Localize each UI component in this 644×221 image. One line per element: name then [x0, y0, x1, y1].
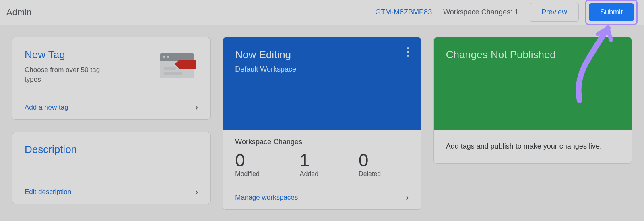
stat-added: 1 Added: [300, 150, 318, 178]
now-editing-title: Now Editing: [235, 49, 409, 61]
changes-body: Add tags and publish to make your change…: [434, 130, 632, 163]
new-tag-title: New Tag: [25, 49, 113, 61]
middle-column: Now Editing Default Workspace Workspace …: [223, 37, 421, 210]
stat-deleted: 0 Deleted: [359, 150, 381, 178]
stat-added-value: 1: [300, 150, 318, 170]
add-new-tag-label: Add a new tag: [25, 104, 68, 112]
chevron-right-icon: ›: [195, 102, 198, 113]
stat-modified-label: Modified: [235, 170, 259, 178]
stat-added-label: Added: [300, 170, 318, 178]
right-column: Changes Not Published Add tags and publi…: [433, 37, 632, 210]
edit-description-label: Edit description: [25, 188, 71, 196]
workspace-changes-label: Workspace Changes: 1: [443, 8, 518, 16]
manage-workspaces-label: Manage workspaces: [235, 194, 298, 202]
workspace-changes-text: Workspace Changes:: [443, 8, 512, 16]
workspace-changes-heading: Workspace Changes: [235, 138, 409, 146]
new-tag-body: New Tag Choose from over 50 tag types: [12, 37, 210, 96]
changes-not-published-card: Changes Not Published Add tags and publi…: [433, 37, 632, 164]
page-title: Admin: [6, 7, 31, 18]
submit-highlight-box: Submit: [585, 0, 638, 25]
now-editing-workspace: Default Workspace: [235, 65, 409, 74]
submit-button[interactable]: Submit: [589, 3, 634, 21]
new-tag-subtitle: Choose from over 50 tag types: [25, 65, 113, 84]
chevron-right-icon: ›: [406, 192, 409, 203]
container-id-link[interactable]: GTM-M8ZBMP83: [375, 8, 432, 16]
changes-header: Changes Not Published: [434, 37, 632, 130]
left-column: New Tag Choose from over 50 tag types Ad…: [12, 37, 211, 210]
changes-title: Changes Not Published: [446, 49, 619, 61]
description-title: Description: [25, 143, 198, 156]
chevron-right-icon: ›: [195, 187, 198, 197]
stat-deleted-label: Deleted: [359, 170, 381, 178]
stat-modified: 0 Modified: [235, 150, 259, 178]
new-tag-card: New Tag Choose from over 50 tag types Ad…: [12, 37, 211, 120]
edit-description-action[interactable]: Edit description ›: [12, 180, 210, 204]
now-editing-card: Now Editing Default Workspace Workspace …: [223, 37, 421, 210]
tag-icon: [160, 49, 194, 79]
workspace-changes-section: Workspace Changes 0 Modified 1 Added 0 D…: [223, 130, 421, 186]
top-header: Admin GTM-M8ZBMP83 Workspace Changes: 1 …: [0, 0, 644, 25]
stat-deleted-value: 0: [359, 150, 381, 170]
manage-workspaces-action[interactable]: Manage workspaces ›: [223, 186, 421, 209]
stat-modified-value: 0: [235, 150, 259, 170]
preview-button[interactable]: Preview: [530, 3, 579, 22]
more-menu-icon[interactable]: [403, 47, 413, 57]
workspace-changes-count: 1: [514, 8, 518, 16]
dashboard-content: New Tag Choose from over 50 tag types Ad…: [0, 25, 644, 221]
now-editing-header: Now Editing Default Workspace: [223, 37, 421, 130]
add-new-tag-action[interactable]: Add a new tag ›: [12, 96, 210, 119]
stats-row: 0 Modified 1 Added 0 Deleted: [235, 150, 409, 178]
description-card: Description Edit description ›: [12, 132, 211, 204]
